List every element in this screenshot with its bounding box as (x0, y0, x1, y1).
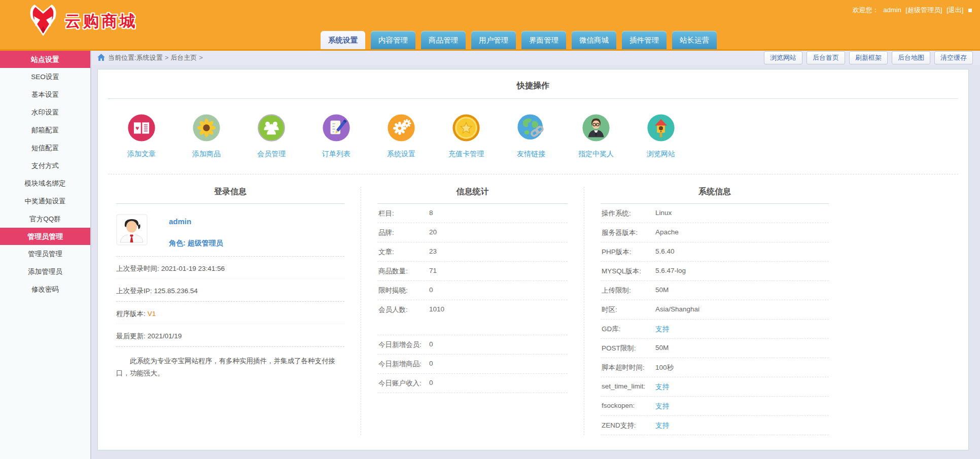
row-value: 2021/01/19 (148, 332, 182, 340)
login-user-block: admin 角色: 超级管理员 (116, 204, 344, 256)
info-row-今日新增商品: 今日新增商品:0 (377, 355, 568, 374)
quick-op-label: 友情链接 (512, 150, 550, 159)
row-label: fsockopen: (602, 402, 655, 411)
breadcrumb-link-系统设置[interactable]: 系统设置 (136, 54, 163, 61)
stats-rows: 栏目:8品牌:20文章:23商品数量:71限时揭晓:0会员人数:1010 (377, 204, 568, 319)
tab-用户管理[interactable]: 用户管理 (471, 31, 516, 49)
admin-dashboard: 云购商城 欢迎您： admin [超级管理员] [退出] 系统设置内容管理商品管… (0, 0, 980, 459)
system-description: 此系统为专业夺宝网站程序，有多种实用插件，并集成了各种支付接口，功能强大。 (116, 355, 344, 380)
quick-op-友情链接[interactable]: 友情链接 (512, 112, 550, 159)
breadcrumb-prefix: 当前位置: (108, 53, 136, 62)
breadcrumb-bar: 当前位置: 系统设置>后台主页> 浏览网站后台首页刷新框架后台地图清空缓存 (91, 51, 980, 65)
svg-text:♥: ♥ (135, 125, 139, 132)
support-link[interactable]: 支持 (655, 402, 669, 411)
quick-op-label: 充值卡管理 (447, 150, 485, 159)
sidebar-group-站点设置[interactable]: 站点设置 (0, 51, 90, 68)
sidebar-item-修改密码[interactable]: 修改密码 (0, 280, 90, 298)
sidebar-item-邮箱配置[interactable]: 邮箱配置 (0, 121, 90, 139)
row-value: 0 (429, 360, 433, 369)
quick-op-指定中奖人[interactable]: 指定中奖人 (577, 112, 615, 159)
row-label: 程序版本: (116, 310, 146, 317)
quick-op-会员管理[interactable]: 会员管理 (252, 112, 291, 159)
breadcrumb-links: 系统设置>后台主页> (136, 53, 205, 62)
info-row-会员人数: 会员人数:1010 (377, 300, 568, 319)
current-role: [超级管理员] (905, 6, 942, 14)
winner-person-icon (577, 112, 615, 144)
main-area: 站点设置SEO设置基本设置水印设置邮箱配置短信配置支付方式模块域名绑定中奖通知设… (0, 51, 980, 459)
row-label: PHP版本: (602, 248, 655, 257)
row-label: 操作系统: (602, 209, 655, 218)
toolbar-button-刷新框架[interactable]: 刷新框架 (849, 51, 888, 64)
quick-op-订单列表[interactable]: 订单列表 (317, 112, 356, 159)
vertical-divider (361, 187, 361, 435)
quick-op-label: 添加商品 (187, 150, 226, 159)
toolbar-button-浏览网站[interactable]: 浏览网站 (764, 51, 802, 64)
row-label: 脚本超时时间: (602, 363, 655, 372)
row-label: 品牌: (378, 228, 429, 237)
quick-op-添加文章[interactable]: ♥添加文章 (122, 112, 161, 159)
breadcrumb-separator: > (199, 54, 203, 61)
site-logo[interactable]: 云购商城 (28, 4, 138, 39)
article-book-icon: ♥ (122, 112, 161, 144)
sidebar-menu: 站点设置SEO设置基本设置水印设置邮箱配置短信配置支付方式模块域名绑定中奖通知设… (0, 51, 91, 459)
system-info-panel: 系统信息 操作系统:Linux服务器版本:ApachePHP版本:5.6.40M… (601, 184, 829, 435)
row-value: 50M (655, 286, 669, 295)
tab-商品管理[interactable]: 商品管理 (421, 31, 466, 49)
sidebar-item-短信配置[interactable]: 短信配置 (0, 139, 90, 157)
top-header: 云购商城 欢迎您： admin [超级管理员] [退出] 系统设置内容管理商品管… (0, 0, 980, 51)
sidebar-item-官方QQ群[interactable]: 官方QQ群 (0, 210, 90, 228)
tab-界面管理[interactable]: 界面管理 (521, 31, 566, 49)
support-link[interactable]: 支持 (655, 325, 669, 334)
coin-icon (447, 112, 485, 144)
logout-link[interactable]: [退出] (947, 6, 963, 14)
quick-op-充值卡管理[interactable]: 充值卡管理 (447, 112, 485, 159)
support-link[interactable]: 支持 (655, 382, 669, 392)
row-label: 今日新增商品: (378, 360, 429, 369)
row-label: 今日新增会员: (378, 340, 429, 349)
row-value: 0 (429, 379, 433, 388)
sidebar-item-支付方式[interactable]: 支付方式 (0, 157, 90, 174)
support-link[interactable]: 支持 (655, 421, 669, 430)
sidebar-item-水印设置[interactable]: 水印设置 (0, 103, 90, 121)
tab-内容管理[interactable]: 内容管理 (371, 31, 415, 49)
divider (108, 174, 958, 174)
system-info-rows: 操作系统:Linux服务器版本:ApachePHP版本:5.6.40MYSQL版… (601, 204, 829, 435)
sidebar-item-模块域名绑定[interactable]: 模块域名绑定 (0, 174, 90, 192)
sidebar-item-管理员管理[interactable]: 管理员管理 (0, 245, 90, 263)
quick-op-label: 订单列表 (317, 150, 356, 159)
quick-op-添加商品[interactable]: 添加商品 (187, 112, 226, 159)
sidebar-item-中奖通知设置[interactable]: 中奖通知设置 (0, 192, 90, 210)
tab-微信商城[interactable]: 微信商城 (572, 31, 616, 49)
content-area: 当前位置: 系统设置>后台主页> 浏览网站后台首页刷新框架后台地图清空缓存 快捷… (91, 51, 980, 459)
admin-username-link[interactable]: admin (169, 217, 223, 226)
stats-panel: 信息统计 栏目:8品牌:20文章:23商品数量:71限时揭晓:0会员人数:101… (377, 184, 568, 435)
fox-logo-icon (28, 4, 58, 39)
toolbar-button-后台首页[interactable]: 后台首页 (807, 51, 845, 64)
admin-role: 角色: 超级管理员 (169, 239, 223, 248)
toolbar-button-后台地图[interactable]: 后台地图 (892, 51, 930, 64)
tab-站长运营[interactable]: 站长运营 (672, 31, 717, 49)
login-names: admin 角色: 超级管理员 (169, 214, 223, 248)
sidebar-item-基本设置[interactable]: 基本设置 (0, 86, 90, 103)
quick-op-浏览网站[interactable]: 浏览网站 (642, 112, 680, 159)
info-row-限时揭晓: 限时揭晓:0 (377, 281, 568, 300)
row-label: 上传限制: (602, 286, 655, 295)
row-value: 1010 (429, 305, 444, 314)
welcome-bar: 欢迎您： admin [超级管理员] [退出] (850, 6, 972, 15)
login-info-title: 登录信息 (116, 184, 344, 197)
sidebar-item-SEO设置[interactable]: SEO设置 (0, 68, 90, 86)
row-label: 商品数量: (378, 267, 429, 276)
tab-插件管理[interactable]: 插件管理 (622, 31, 667, 49)
info-columns: 登录信息 admin 角色: 超级管理员 上次登录时间:2021-01-19 2… (116, 184, 968, 435)
info-row-GD库: GD库:支持 (601, 320, 829, 339)
quick-op-系统设置[interactable]: 系统设置 (382, 112, 421, 159)
row-value: 5.6.40 (655, 248, 675, 257)
tab-系统设置[interactable]: 系统设置 (321, 31, 365, 49)
home-icon (97, 54, 108, 62)
sidebar-group-管理员管理[interactable]: 管理员管理 (0, 228, 90, 245)
info-row-PHP版本: PHP版本:5.6.40 (601, 242, 829, 262)
toolbar-button-清空缓存[interactable]: 清空缓存 (934, 51, 973, 64)
breadcrumb-link-后台主页[interactable]: 后台主页 (170, 54, 197, 61)
row-label: 时区: (602, 305, 655, 314)
sidebar-item-添加管理员[interactable]: 添加管理员 (0, 263, 90, 280)
